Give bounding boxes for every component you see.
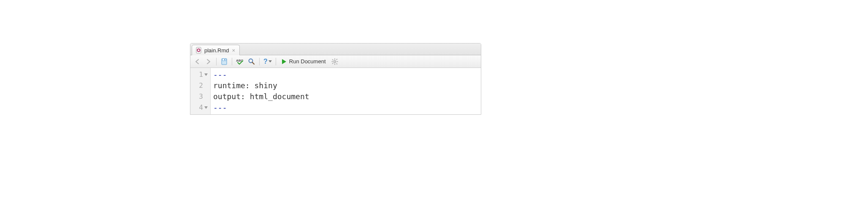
save-icon bbox=[220, 58, 228, 65]
back-button[interactable] bbox=[193, 57, 202, 66]
svg-point-2 bbox=[198, 49, 199, 51]
svg-rect-10 bbox=[334, 58, 335, 60]
svg-rect-14 bbox=[332, 59, 334, 60]
editor-window: plain.Rmd × ABC bbox=[190, 43, 481, 115]
svg-rect-12 bbox=[331, 61, 333, 62]
svg-line-8 bbox=[252, 62, 255, 64]
help-icon: ? bbox=[263, 58, 268, 65]
line-number: 3 bbox=[190, 91, 210, 102]
line-number: 1 bbox=[190, 69, 210, 80]
file-tab[interactable]: plain.Rmd × bbox=[192, 45, 240, 55]
svg-point-18 bbox=[334, 61, 335, 62]
svg-rect-16 bbox=[336, 58, 338, 60]
tab-bar: plain.Rmd × bbox=[190, 43, 481, 55]
run-document-button[interactable]: Run Document bbox=[279, 57, 328, 65]
code-line: output: html_document bbox=[213, 91, 478, 102]
arrow-left-icon bbox=[194, 58, 201, 65]
toolbar-separator bbox=[259, 58, 260, 65]
svg-rect-13 bbox=[336, 61, 338, 62]
spellcheck-button[interactable]: ABC bbox=[235, 57, 245, 66]
code-editor[interactable]: 1 2 3 4 --- runtime: shiny output: html_… bbox=[190, 68, 481, 114]
spellcheck-icon: ABC bbox=[236, 58, 244, 65]
play-icon bbox=[282, 59, 287, 65]
svg-rect-17 bbox=[332, 62, 334, 64]
toolbar-separator bbox=[276, 58, 276, 65]
gear-icon bbox=[331, 58, 339, 65]
toolbar-separator bbox=[216, 58, 217, 65]
svg-text:ABC: ABC bbox=[236, 59, 244, 62]
rmd-file-icon bbox=[195, 47, 202, 54]
save-button[interactable] bbox=[220, 57, 229, 66]
help-button[interactable]: ? bbox=[263, 57, 273, 66]
close-tab-icon[interactable]: × bbox=[232, 47, 236, 54]
code-line: --- bbox=[213, 102, 478, 113]
magnifier-icon bbox=[248, 58, 255, 65]
fold-marker-icon[interactable] bbox=[204, 73, 208, 76]
tab-filename: plain.Rmd bbox=[204, 47, 229, 54]
svg-rect-15 bbox=[336, 63, 338, 65]
code-line: --- bbox=[213, 69, 478, 80]
code-content[interactable]: --- runtime: shiny output: html_document… bbox=[211, 68, 481, 114]
find-button[interactable] bbox=[247, 57, 256, 66]
code-line: runtime: shiny bbox=[213, 80, 478, 91]
editor-toolbar: ABC ? Run Document bbox=[190, 55, 481, 68]
chevron-down-icon bbox=[269, 60, 272, 62]
svg-rect-5 bbox=[224, 59, 225, 60]
line-number: 2 bbox=[190, 80, 210, 91]
toolbar-separator bbox=[232, 58, 232, 65]
forward-button[interactable] bbox=[204, 57, 213, 66]
settings-button[interactable] bbox=[330, 57, 339, 66]
run-document-label: Run Document bbox=[289, 58, 326, 65]
arrow-right-icon bbox=[205, 58, 212, 65]
line-number-gutter: 1 2 3 4 bbox=[190, 68, 211, 114]
line-number: 4 bbox=[190, 102, 210, 113]
fold-marker-icon[interactable] bbox=[204, 106, 208, 109]
svg-rect-11 bbox=[334, 63, 335, 65]
